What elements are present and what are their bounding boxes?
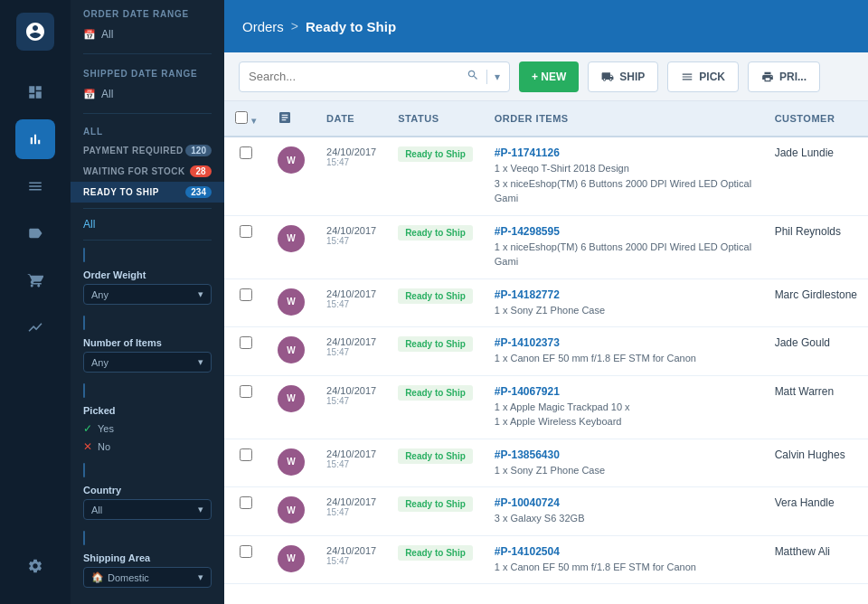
- shipping-area-domestic-dropdown[interactable]: 🏠 Domestic ▾: [83, 567, 212, 588]
- slider-line-2: [83, 316, 85, 330]
- woocommerce-icon: W: [278, 336, 305, 363]
- row-date: 24/10/2017: [326, 385, 376, 396]
- row-date-cell: 24/10/2017 15:47: [316, 535, 387, 584]
- row-checkbox-cell: [224, 535, 267, 584]
- order-items-text: 1 x Veeqo T-Shirt 2018 Design3 x niceEsh…: [495, 161, 753, 206]
- order-number-link[interactable]: #P-13856430: [495, 448, 753, 461]
- row-date: 24/10/2017: [326, 336, 376, 347]
- row-date-cell: 24/10/2017 15:47: [316, 375, 387, 439]
- new-button[interactable]: + NEW: [519, 61, 579, 92]
- row-time: 15:47: [326, 507, 376, 517]
- nav-item-tag[interactable]: [15, 213, 55, 253]
- breadcrumb-root[interactable]: Orders: [242, 19, 284, 34]
- order-number-link[interactable]: #P-11741126: [495, 146, 753, 159]
- row-source-cell: W: [267, 215, 316, 278]
- search-input[interactable]: [249, 70, 467, 83]
- row-checkbox-cell: [224, 487, 267, 536]
- row-checkbox-5[interactable]: [240, 448, 252, 461]
- status-badge: Ready to Ship: [398, 545, 473, 561]
- row-checkbox-3[interactable]: [240, 336, 252, 349]
- number-of-items-title: Number of Items: [83, 337, 212, 348]
- row-checkbox-1[interactable]: [240, 225, 252, 238]
- order-weight-dropdown[interactable]: Any ▾: [83, 284, 212, 305]
- row-status-cell: Ready to Ship: [387, 137, 484, 215]
- nav-item-cart[interactable]: [15, 260, 55, 300]
- ready-to-ship-filter[interactable]: READY TO SHIP 234: [71, 182, 224, 203]
- all-orders-link[interactable]: All: [71, 214, 224, 234]
- order-number-link[interactable]: #P-14102504: [495, 545, 753, 558]
- nav-item-dashboard[interactable]: [15, 72, 55, 112]
- status-badge: Ready to Ship: [398, 225, 473, 241]
- row-checkbox-cell: [224, 439, 267, 487]
- table-row: W 24/10/2017 15:47 Ready to Ship #P-1410…: [224, 535, 868, 584]
- order-number-link[interactable]: #P-14182772: [495, 288, 753, 301]
- row-date-cell: 24/10/2017 15:47: [316, 137, 387, 215]
- shipped-date-range-value[interactable]: 📅 All: [83, 84, 212, 104]
- nav-item-list[interactable]: [15, 166, 55, 206]
- nav-item-analytics[interactable]: [15, 119, 55, 159]
- chevron-down-icon-2: ▾: [198, 356, 203, 368]
- row-date-cell: 24/10/2017 15:47: [316, 278, 387, 327]
- row-status-cell: Ready to Ship: [387, 487, 484, 536]
- picked-section: Picked ✓ Yes ✕ No: [71, 400, 224, 461]
- order-weight-title: Order Weight: [83, 269, 212, 280]
- select-all-checkbox[interactable]: [235, 111, 248, 124]
- order-items-text: 1 x Apple Magic Trackpad 10 x1 x Apple W…: [495, 400, 753, 429]
- ship-button[interactable]: SHIP: [588, 61, 658, 92]
- print-button[interactable]: PRI...: [748, 61, 820, 92]
- number-of-items-section: Number of Items Any ▾: [71, 332, 224, 382]
- order-number-link[interactable]: #P-14298595: [495, 225, 753, 238]
- country-dropdown[interactable]: All ▾: [83, 499, 212, 520]
- order-number-link[interactable]: #P-14067921: [495, 385, 753, 398]
- picked-yes[interactable]: ✓ Yes: [83, 420, 212, 438]
- row-date: 24/10/2017: [326, 146, 376, 157]
- row-checkbox-2[interactable]: [240, 288, 252, 301]
- row-time: 15:47: [326, 157, 376, 167]
- row-checkbox-7[interactable]: [240, 545, 252, 558]
- order-number-link[interactable]: #P-14102373: [495, 336, 753, 349]
- nav-item-settings[interactable]: [15, 546, 55, 586]
- row-checkbox-0[interactable]: [240, 146, 252, 159]
- customer-name: Jade Lundie: [775, 146, 834, 159]
- number-of-items-dropdown[interactable]: Any ▾: [83, 352, 212, 373]
- dropdown-header-icon[interactable]: ▾: [251, 116, 257, 126]
- chevron-down-icon-4: ▾: [198, 571, 203, 583]
- customer-name: Matthew Ali: [775, 545, 830, 558]
- row-status-cell: Ready to Ship: [387, 327, 484, 376]
- main-content: Orders > Ready to Ship ▾ + NEW SHIP: [224, 0, 868, 604]
- order-items-text: 1 x Sony Z1 Phone Case: [495, 463, 753, 478]
- search-icon[interactable]: [467, 69, 479, 85]
- payment-required-filter[interactable]: PAYMENT REQUIRED 120: [71, 140, 224, 161]
- row-date: 24/10/2017: [326, 288, 376, 299]
- divider-1: [83, 53, 212, 54]
- nav-item-chart[interactable]: [15, 307, 55, 347]
- icon-sidebar: [0, 0, 71, 604]
- row-checkbox-cell: [224, 215, 267, 278]
- order-items-text: 1 x Canon EF 50 mm f/1.8 EF STM for Cano…: [495, 351, 753, 366]
- order-items-text: 1 x niceEshop(TM) 6 Buttons 2000 DPI Wir…: [495, 240, 753, 269]
- row-status-cell: Ready to Ship: [387, 535, 484, 584]
- pick-button[interactable]: PICK: [667, 61, 739, 92]
- number-of-items-slider-handle: [71, 314, 224, 332]
- row-time: 15:47: [326, 396, 376, 406]
- domestic-icon: 🏠: [91, 571, 104, 583]
- row-date: 24/10/2017: [326, 496, 376, 507]
- slider-line-4: [83, 463, 85, 477]
- row-time: 15:47: [326, 459, 376, 469]
- row-date: 24/10/2017: [326, 448, 376, 459]
- filter-panel: ORDER DATE RANGE 📅 All SHIPPED DATE RANG…: [71, 0, 224, 604]
- order-date-range-value[interactable]: 📅 All: [83, 24, 212, 44]
- chevron-down-search-icon[interactable]: ▾: [495, 71, 500, 83]
- row-checkbox-6[interactable]: [240, 496, 252, 509]
- status-badge: Ready to Ship: [398, 288, 473, 304]
- order-items-text: 1 x Canon EF 50 mm f/1.8 EF STM for Cano…: [495, 560, 753, 575]
- country-section: Country All ▾: [71, 479, 224, 529]
- row-date-cell: 24/10/2017 15:47: [316, 215, 387, 278]
- row-checkbox-4[interactable]: [240, 385, 252, 398]
- waiting-for-stock-filter[interactable]: WAITING FOR STOCK 28: [71, 161, 224, 182]
- order-number-link[interactable]: #P-10040724: [495, 496, 753, 509]
- woocommerce-icon: W: [278, 225, 305, 252]
- slider-line-3: [83, 383, 85, 398]
- app-logo[interactable]: [16, 13, 54, 51]
- picked-no[interactable]: ✕ No: [83, 438, 212, 456]
